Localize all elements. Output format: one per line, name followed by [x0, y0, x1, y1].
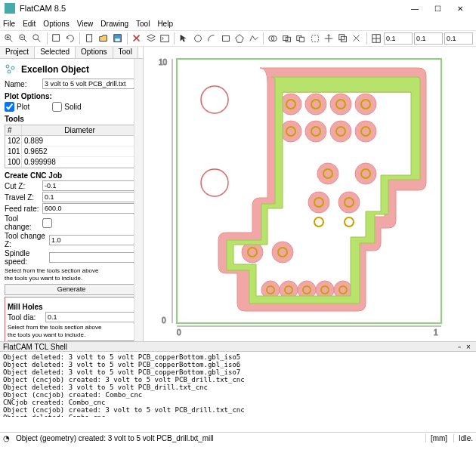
svg-rect-25: [339, 35, 345, 40]
select-icon[interactable]: [178, 32, 190, 45]
layers-icon[interactable]: [144, 32, 157, 45]
svg-point-43: [355, 121, 376, 142]
tab-selected[interactable]: Selected: [35, 47, 76, 58]
rect-icon[interactable]: [220, 32, 233, 45]
grid-icon[interactable]: [370, 32, 383, 45]
move-icon[interactable]: [323, 32, 335, 45]
path-icon[interactable]: [248, 32, 261, 45]
app-icon: [5, 3, 15, 14]
shell-undock-icon[interactable]: ▫: [455, 343, 464, 351]
svg-point-77: [201, 169, 228, 196]
svg-point-39: [355, 94, 376, 115]
svg-rect-12: [115, 39, 119, 42]
select-note: Select from the tools section above the …: [5, 267, 138, 282]
grid-input-2[interactable]: [414, 32, 443, 45]
toolchgz-input[interactable]: [49, 235, 138, 245]
minimize-button[interactable]: —: [403, 2, 426, 15]
intersect-icon[interactable]: [281, 32, 294, 45]
svg-rect-23: [300, 37, 304, 42]
generate-button[interactable]: Generate: [5, 284, 138, 295]
svg-rect-9: [52, 35, 59, 42]
polygon-icon[interactable]: [233, 32, 246, 45]
svg-point-32: [6, 65, 9, 68]
solid-checkbox[interactable]: Solid: [52, 102, 81, 112]
svg-point-36: [280, 94, 301, 115]
statusbar: ◔ Object (geometry) created: 3 volt to 5…: [0, 432, 476, 444]
mill-holes-section: Mill Holes Tool dia: Select from the too…: [5, 297, 138, 341]
svg-point-33: [11, 66, 14, 69]
svg-line-8: [38, 39, 41, 42]
svg-text:1: 1: [434, 328, 438, 337]
clear-plot-icon[interactable]: [50, 32, 63, 45]
tab-tool[interactable]: Tool: [113, 47, 138, 58]
tools-label: Tools: [5, 115, 138, 123]
maximize-button[interactable]: ☐: [426, 2, 449, 15]
menu-help[interactable]: Help: [157, 20, 173, 28]
tab-project[interactable]: Project: [0, 47, 35, 58]
svg-point-67: [314, 217, 323, 226]
copy-icon[interactable]: [337, 32, 350, 45]
menu-tool[interactable]: Tool: [136, 20, 150, 28]
cut-icon[interactable]: [309, 32, 322, 45]
panel-scrollbar[interactable]: [134, 59, 143, 341]
zoom-out-icon[interactable]: [17, 32, 30, 45]
svg-rect-10: [86, 35, 91, 42]
toolchg-checkbox[interactable]: [42, 218, 52, 228]
union-icon[interactable]: [267, 32, 280, 45]
delete-shape-icon[interactable]: [351, 32, 363, 45]
svg-line-1: [10, 39, 13, 42]
tab-options[interactable]: Options: [76, 47, 113, 58]
menu-options[interactable]: Options: [43, 20, 69, 28]
circle-icon[interactable]: [192, 32, 205, 45]
spindle-input[interactable]: [49, 252, 138, 263]
panel-tabs: Project Selected Options Tool: [0, 47, 143, 59]
tcl-shell[interactable]: Object deleted: 3 volt to 5 volt PCB_cop…: [0, 352, 476, 417]
mill-holes-label: Mill Holes: [8, 303, 135, 311]
delete-icon[interactable]: [131, 32, 144, 45]
generate-geometry-button[interactable]: Generate Geometry: [8, 341, 135, 341]
toolbar: [0, 30, 476, 47]
grid-input-1[interactable]: [384, 32, 413, 45]
status-units: [mm]: [425, 434, 447, 442]
travelz-input[interactable]: [42, 192, 138, 202]
svg-point-38: [330, 94, 351, 115]
new-icon[interactable]: [83, 32, 96, 45]
feed-input[interactable]: [42, 203, 138, 214]
name-label: Name:: [5, 80, 42, 88]
shell-close-icon[interactable]: ×: [464, 343, 473, 351]
shell-icon[interactable]: [159, 32, 172, 45]
open-icon[interactable]: [97, 32, 110, 45]
menu-file[interactable]: File: [3, 20, 15, 28]
menu-view[interactable]: View: [77, 20, 94, 28]
feed-label: Feed rate:: [5, 205, 42, 213]
toolchg-label: Tool change:: [5, 214, 42, 231]
replot-icon[interactable]: [64, 32, 77, 45]
app-title: FlatCAM 8.5: [20, 4, 403, 13]
svg-point-34: [8, 70, 11, 73]
subtract-icon[interactable]: [295, 32, 308, 45]
plot-options-label: Plot Options:: [5, 92, 138, 100]
table-row: 1000.999998: [5, 157, 138, 168]
close-button[interactable]: ✕: [449, 2, 471, 15]
menu-edit[interactable]: Edit: [23, 20, 36, 28]
cutz-input[interactable]: [42, 180, 138, 191]
svg-point-42: [330, 121, 351, 142]
grid-input-3[interactable]: [444, 32, 473, 45]
plot-checkbox[interactable]: Plot: [5, 102, 29, 112]
zoom-in-icon[interactable]: [3, 32, 16, 45]
plot-canvas[interactable]: 01 010: [144, 47, 476, 341]
zoom-fit-icon[interactable]: [31, 32, 44, 45]
svg-text:0: 0: [162, 316, 166, 325]
svg-point-68: [345, 217, 354, 226]
status-message: Object (geometry) created: 3 volt to 5 v…: [16, 434, 214, 442]
save-icon[interactable]: [111, 32, 124, 45]
name-input[interactable]: [42, 79, 138, 89]
tooldia-input[interactable]: [45, 312, 135, 322]
arc-icon[interactable]: [206, 32, 218, 45]
menu-drawing[interactable]: Drawing: [100, 20, 128, 28]
titlebar: FlatCAM 8.5 — ☐ ✕: [0, 0, 476, 17]
status-state: Idle.: [453, 434, 473, 442]
svg-line-5: [24, 39, 27, 42]
svg-point-40: [280, 121, 301, 142]
tools-table[interactable]: #Diameter 1020.889 1010.9652 1000.999998: [5, 125, 138, 168]
